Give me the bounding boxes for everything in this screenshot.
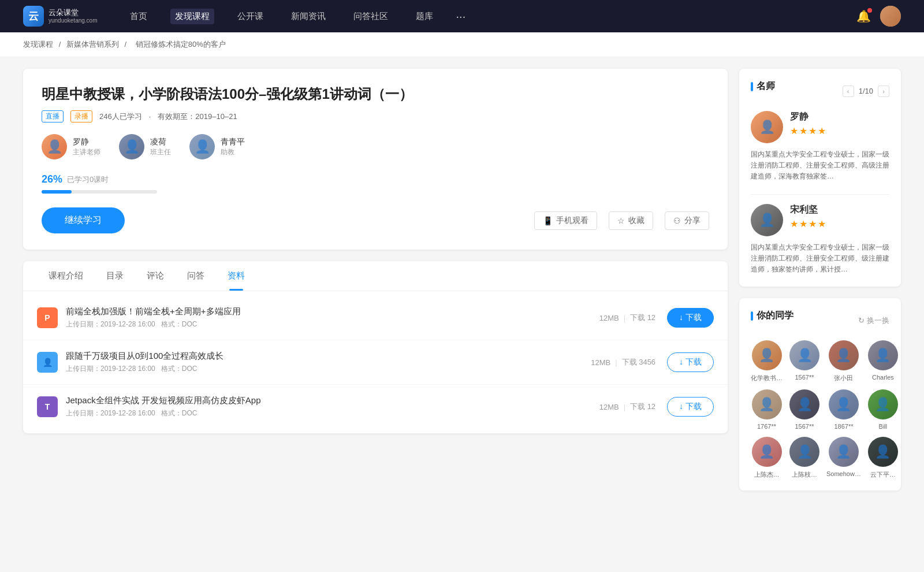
sidebar-teacher-item-0: 罗静 ★★★★ 国内某重点大学安全工程专业硕士，国家一级注册消防工程师、注册安全… bbox=[751, 111, 889, 183]
nav-more-button[interactable]: ··· bbox=[456, 10, 466, 23]
badge-live: 直播 bbox=[42, 110, 64, 122]
course-meta: 直播 录播 246人已学习 · 有效期至：2019–10–21 bbox=[42, 110, 709, 122]
teachers-sidebar-title: 名师 bbox=[751, 80, 775, 92]
classmate-avatar-7 bbox=[868, 389, 898, 419]
classmate-name-6: 1867** bbox=[826, 423, 861, 430]
notification-dot bbox=[867, 8, 872, 13]
sidebar-teacher-stars-0: ★★★★ bbox=[790, 125, 889, 136]
resource-info-2: Jetpack全组件实战 开发短视频应用高仿皮皮虾App 上传日期：2019-1… bbox=[66, 395, 599, 418]
course-title: 明星中教授课，小学阶段语法100分–强化级第1讲动词（一） bbox=[42, 85, 709, 103]
classmate-name-8: 上陈杰… bbox=[751, 470, 783, 479]
nav-item-news[interactable]: 新闻资讯 bbox=[286, 9, 330, 24]
teacher-next-button[interactable]: › bbox=[878, 86, 889, 97]
classmate-name-4: 1767** bbox=[751, 423, 783, 430]
user-avatar[interactable] bbox=[880, 6, 901, 27]
classmate-item-3[interactable]: Charles bbox=[868, 340, 898, 382]
share-icon: ⚇ bbox=[673, 216, 681, 225]
classmate-item-1[interactable]: 1567** bbox=[789, 340, 819, 382]
share-button[interactable]: ⚇ 分享 bbox=[665, 211, 709, 230]
tab-toc[interactable]: 目录 bbox=[95, 261, 135, 291]
teachers-section: 罗静 主讲老师 凌荷 班主任 bbox=[42, 134, 709, 159]
tab-intro[interactable]: 课程介绍 bbox=[37, 261, 95, 291]
classmate-item-5[interactable]: 1567** bbox=[789, 389, 819, 430]
download-button-2[interactable]: ↓ 下载 bbox=[667, 397, 714, 417]
classmate-item-11[interactable]: 云下平… bbox=[868, 437, 898, 479]
resource-stats-2: 12MB | 下载 12 bbox=[599, 402, 655, 412]
progress-percent: 26% bbox=[42, 173, 62, 185]
classmate-avatar-5 bbox=[789, 389, 819, 419]
resource-title-1: 跟随千万级项目从0到100全过程高效成长 bbox=[66, 351, 591, 362]
teacher-name-2: 青青平 bbox=[221, 137, 245, 147]
classmate-item-8[interactable]: 上陈杰… bbox=[751, 437, 783, 479]
progress-label: 26% 已学习0课时 bbox=[42, 173, 709, 185]
classmate-name-3: Charles bbox=[868, 374, 898, 381]
tab-resources[interactable]: 资料 bbox=[216, 261, 256, 291]
classmate-avatar-3 bbox=[868, 340, 898, 370]
classmate-avatar-6 bbox=[829, 389, 859, 419]
tab-review[interactable]: 评论 bbox=[135, 261, 176, 291]
breadcrumb-item-current: 销冠修炼术搞定80%的客户 bbox=[136, 40, 226, 49]
tab-qa[interactable]: 问答 bbox=[176, 261, 216, 291]
teacher-role-2: 助教 bbox=[221, 147, 245, 157]
classmate-item-2[interactable]: 张小田 bbox=[826, 340, 861, 382]
nav-item-discover[interactable]: 发现课程 bbox=[170, 9, 214, 24]
teacher-prev-button[interactable]: ‹ bbox=[843, 86, 854, 97]
sidebar-teacher-avatar-1 bbox=[751, 204, 783, 236]
classmate-item-4[interactable]: 1767** bbox=[751, 389, 783, 430]
sidebar-teacher-name-0: 罗静 bbox=[790, 111, 889, 123]
tabs-header: 课程介绍 目录 评论 问答 资料 bbox=[23, 261, 728, 291]
resource-list: P 前端全栈加强版！前端全栈+全周期+多端应用 上传日期：2019-12-28 … bbox=[23, 291, 728, 433]
teacher-role-0: 主讲老师 bbox=[73, 147, 100, 157]
classmate-name-10: Somehow… bbox=[826, 470, 861, 477]
classmate-item-6[interactable]: 1867** bbox=[826, 389, 861, 430]
resource-item: P 前端全栈加强版！前端全栈+全周期+多端应用 上传日期：2019-12-28 … bbox=[23, 296, 728, 340]
classmate-avatar-0 bbox=[752, 340, 782, 370]
resource-title-2: Jetpack全组件实战 开发短视频应用高仿皮皮虾App bbox=[66, 395, 599, 406]
resource-item: 👤 跟随千万级项目从0到100全过程高效成长 上传日期：2019-12-28 1… bbox=[23, 340, 728, 385]
collect-label: 收藏 bbox=[628, 216, 644, 226]
phone-watch-button[interactable]: 📱 手机观看 bbox=[534, 211, 597, 230]
classmate-avatar-9 bbox=[789, 437, 819, 467]
classmate-item-7[interactable]: Bill bbox=[868, 389, 898, 430]
resource-icon-2: T bbox=[37, 396, 58, 417]
classmate-avatar-11 bbox=[868, 437, 898, 467]
resource-item: T Jetpack全组件实战 开发短视频应用高仿皮皮虾App 上传日期：2019… bbox=[23, 385, 728, 429]
sidebar-teacher-desc-0: 国内某重点大学安全工程专业硕士，国家一级注册消防工程师、注册安全工程师、高级注册… bbox=[751, 149, 889, 183]
nav-item-home[interactable]: 首页 bbox=[125, 9, 152, 24]
classmate-item-10[interactable]: Somehow… bbox=[826, 437, 861, 479]
classmates-header: 你的同学 ↻ 换一换 bbox=[751, 310, 889, 331]
classmate-name-9: 上陈枝… bbox=[789, 470, 819, 479]
phone-icon: 📱 bbox=[543, 216, 553, 225]
resource-info-1: 跟随千万级项目从0到100全过程高效成长 上传日期：2019-12-28 16:… bbox=[66, 351, 591, 374]
classmate-item-9[interactable]: 上陈枝… bbox=[789, 437, 819, 479]
classmate-avatar-8 bbox=[752, 437, 782, 467]
continue-learning-button[interactable]: 继续学习 bbox=[42, 207, 125, 233]
sidebar-teacher-name-1: 宋利坚 bbox=[790, 204, 889, 216]
notification-bell-icon[interactable]: 🔔 bbox=[856, 9, 871, 23]
logo[interactable]: 云 云朵课堂 yunduoketang.com bbox=[23, 6, 98, 27]
resource-stats-1: 12MB | 下载 3456 bbox=[591, 357, 655, 367]
tabs-section: 课程介绍 目录 评论 问答 资料 P 前端全栈加强版！前端全栈+全周期+多端应用… bbox=[23, 261, 728, 433]
nav-item-qa[interactable]: 问答社区 bbox=[349, 9, 393, 24]
teacher-item-0[interactable]: 罗静 主讲老师 bbox=[42, 134, 100, 159]
sidebar-teacher-avatar-0 bbox=[751, 111, 783, 143]
classmate-item-0[interactable]: 化学教书… bbox=[751, 340, 783, 382]
collect-button[interactable]: ☆ 收藏 bbox=[609, 211, 653, 230]
download-button-0[interactable]: ↓ 下载 bbox=[667, 308, 714, 328]
nav-item-public[interactable]: 公开课 bbox=[233, 9, 268, 24]
teacher-name-0: 罗静 bbox=[73, 137, 100, 147]
classmate-name-7: Bill bbox=[868, 423, 898, 430]
classmate-avatar-2 bbox=[829, 340, 859, 370]
action-links: 📱 手机观看 ☆ 收藏 ⚇ 分享 bbox=[534, 211, 709, 230]
download-button-1[interactable]: ↓ 下载 bbox=[667, 352, 714, 372]
refresh-classmates-button[interactable]: ↻ 换一换 bbox=[858, 315, 889, 326]
logo-icon: 云 bbox=[23, 6, 44, 27]
breadcrumb-item-discover[interactable]: 发现课程 bbox=[23, 40, 53, 49]
teacher-item-2[interactable]: 青青平 助教 bbox=[189, 134, 245, 159]
teacher-item-1[interactable]: 凌荷 班主任 bbox=[119, 134, 171, 159]
sidebar-teacher-header-0: 罗静 ★★★★ bbox=[751, 111, 889, 143]
progress-section: 26% 已学习0课时 bbox=[42, 173, 709, 194]
classmates-title: 你的同学 bbox=[751, 310, 793, 322]
breadcrumb-item-series[interactable]: 新媒体营销系列 bbox=[66, 40, 119, 49]
nav-item-quiz[interactable]: 题库 bbox=[411, 9, 438, 24]
